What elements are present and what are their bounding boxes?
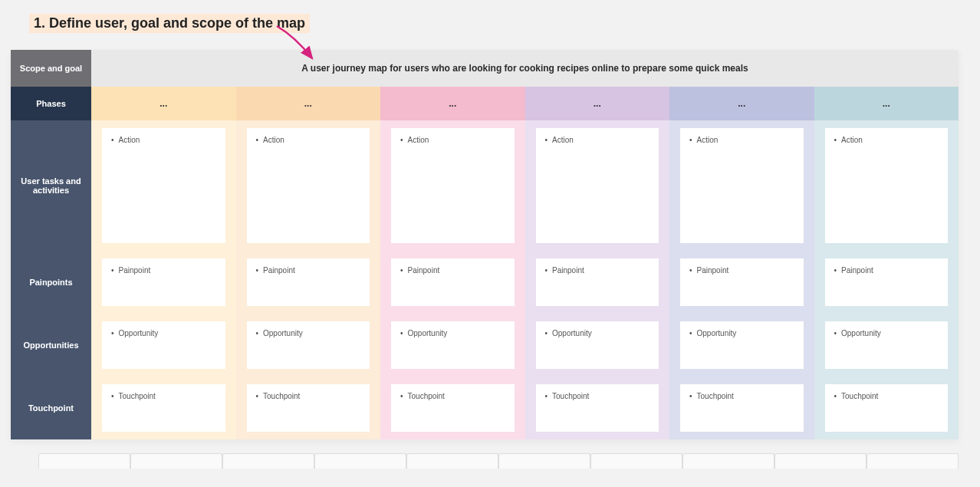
card-0-4[interactable]: Action: [680, 128, 804, 243]
phases-label: Phases: [11, 87, 91, 120]
row-cells-1: Painpoint Painpoint Painpoint Painpoint …: [91, 251, 959, 314]
sheet-tab[interactable]: [222, 453, 314, 469]
row-label-0: User tasks and activities: [11, 120, 91, 251]
bullet: Painpoint: [834, 266, 939, 275]
cell-2-2: Opportunity: [380, 314, 525, 377]
page-title: 1. Define user, goal and scope of the ma…: [29, 14, 310, 33]
sheet-tab[interactable]: [406, 453, 498, 469]
phase-header-3[interactable]: ...: [525, 87, 670, 120]
card-3-5[interactable]: Touchpoint: [825, 384, 949, 432]
bullet: Touchpoint: [111, 392, 216, 400]
cell-2-0: Opportunity: [91, 314, 236, 377]
row-painpoints: Painpoints Painpoint Painpoint Painpoint…: [11, 251, 959, 314]
row-cells-2: Opportunity Opportunity Opportunity Oppo…: [91, 314, 959, 377]
phase-header-2[interactable]: ...: [380, 87, 525, 120]
cell-3-0: Touchpoint: [91, 377, 236, 439]
sheet-tab[interactable]: [38, 453, 130, 469]
cell-0-4: Action: [669, 120, 814, 251]
bullet: Action: [834, 136, 939, 144]
phase-header-1[interactable]: ...: [236, 87, 381, 120]
cell-1-2: Painpoint: [380, 251, 525, 314]
cell-0-0: Action: [91, 120, 236, 251]
cell-1-3: Painpoint: [525, 251, 670, 314]
cell-2-3: Opportunity: [525, 314, 670, 377]
sheet-tab[interactable]: [590, 453, 682, 469]
card-2-4[interactable]: Opportunity: [680, 321, 804, 369]
cell-3-2: Touchpoint: [380, 377, 525, 439]
row-cells-3: Touchpoint Touchpoint Touchpoint Touchpo…: [91, 377, 959, 439]
bullet: Action: [256, 136, 361, 144]
cell-1-1: Painpoint: [236, 251, 381, 314]
phases-row: Phases ... ... ... ... ... ...: [11, 87, 959, 120]
bullet: Action: [545, 136, 650, 144]
card-1-2[interactable]: Painpoint: [391, 258, 515, 306]
card-2-5[interactable]: Opportunity: [825, 321, 949, 369]
bullet: Opportunity: [834, 329, 939, 337]
row-label-1: Painpoints: [11, 251, 91, 314]
sheet-tab[interactable]: [682, 453, 774, 469]
row-touchpoint: Touchpoint Touchpoint Touchpoint Touchpo…: [11, 377, 959, 439]
card-0-5[interactable]: Action: [825, 128, 949, 243]
card-3-3[interactable]: Touchpoint: [536, 384, 659, 432]
bullet: Painpoint: [400, 266, 505, 275]
bullet: Painpoint: [256, 266, 361, 275]
sheet-tab[interactable]: [867, 453, 959, 469]
row-opportunities: Opportunities Opportunity Opportunity Op…: [11, 314, 959, 377]
cell-0-3: Action: [525, 120, 670, 251]
card-0-2[interactable]: Action: [391, 128, 515, 243]
bullet: Action: [400, 136, 505, 144]
bullet: Painpoint: [111, 266, 216, 275]
row-cells-0: Action Action Action Action Action Actio…: [91, 120, 959, 251]
card-0-3[interactable]: Action: [536, 128, 659, 243]
card-1-5[interactable]: Painpoint: [825, 258, 949, 306]
card-1-3[interactable]: Painpoint: [536, 258, 659, 306]
cell-0-5: Action: [814, 120, 959, 251]
phase-header-4[interactable]: ...: [669, 87, 814, 120]
card-3-0[interactable]: Touchpoint: [102, 384, 225, 432]
phase-header-5[interactable]: ...: [814, 87, 959, 120]
scope-label: Scope and goal: [11, 50, 91, 87]
card-1-0[interactable]: Painpoint: [102, 258, 225, 306]
bullet: Touchpoint: [689, 392, 794, 400]
card-0-1[interactable]: Action: [247, 128, 370, 243]
page-root: 1. Define user, goal and scope of the ma…: [0, 0, 980, 469]
card-0-0[interactable]: Action: [102, 128, 225, 243]
bullet: Opportunity: [256, 329, 361, 337]
bullet: Touchpoint: [545, 392, 650, 400]
sheet-tab[interactable]: [498, 453, 590, 469]
sheet-tab[interactable]: [314, 453, 406, 469]
cell-0-1: Action: [236, 120, 381, 251]
card-1-1[interactable]: Painpoint: [247, 258, 370, 306]
sheet-tab[interactable]: [130, 453, 222, 469]
cell-3-3: Touchpoint: [525, 377, 670, 439]
card-3-4[interactable]: Touchpoint: [680, 384, 804, 432]
bullet: Touchpoint: [256, 392, 361, 400]
bullet: Action: [111, 136, 216, 144]
card-3-2[interactable]: Touchpoint: [391, 384, 515, 432]
bullet: Opportunity: [545, 329, 650, 337]
card-2-0[interactable]: Opportunity: [102, 321, 225, 369]
card-1-4[interactable]: Painpoint: [680, 258, 804, 306]
bullet: Touchpoint: [834, 392, 939, 400]
cell-1-4: Painpoint: [669, 251, 814, 314]
scope-description: A user journey map for users who are loo…: [91, 50, 959, 87]
card-2-2[interactable]: Opportunity: [391, 321, 515, 369]
sheet-tab[interactable]: [774, 453, 867, 469]
cell-3-5: Touchpoint: [814, 377, 959, 439]
bullet: Opportunity: [111, 329, 216, 337]
sheet-tabs: [11, 453, 969, 469]
cell-0-2: Action: [380, 120, 525, 251]
bullet: Painpoint: [545, 266, 650, 275]
scope-row: Scope and goal A user journey map for us…: [11, 50, 959, 87]
bullet: Painpoint: [689, 266, 794, 275]
card-2-1[interactable]: Opportunity: [247, 321, 370, 369]
bullet: Action: [689, 136, 794, 144]
journey-map: Scope and goal A user journey map for us…: [11, 50, 959, 439]
cell-1-0: Painpoint: [91, 251, 236, 314]
card-2-3[interactable]: Opportunity: [536, 321, 659, 369]
cell-2-5: Opportunity: [814, 314, 959, 377]
phase-header-0[interactable]: ...: [91, 87, 236, 120]
card-3-1[interactable]: Touchpoint: [247, 384, 370, 432]
row-label-3: Touchpoint: [11, 377, 91, 439]
cell-3-1: Touchpoint: [236, 377, 381, 439]
